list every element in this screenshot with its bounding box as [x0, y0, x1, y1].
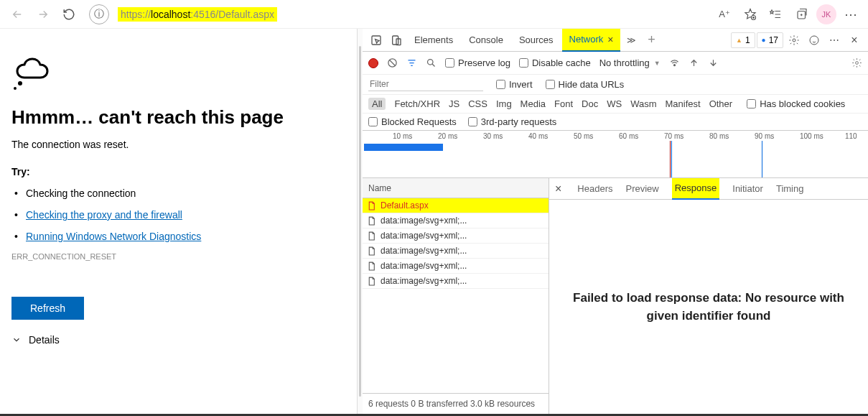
blocked-requests-checkbox[interactable]: Blocked Requests [368, 116, 457, 127]
preserve-log-checkbox[interactable]: Preserve log [445, 57, 510, 68]
tab-timing[interactable]: Timing [776, 178, 804, 200]
svg-rect-5 [393, 36, 398, 45]
device-toggle-icon[interactable] [387, 31, 406, 50]
svg-point-2 [18, 81, 22, 85]
tab-headers[interactable]: Headers [577, 178, 612, 200]
error-title: Hmmm… can't reach this page [11, 106, 345, 129]
response-error-message: Failed to load response data: No resourc… [571, 289, 846, 325]
network-conditions-icon[interactable] [669, 57, 680, 68]
file-icon [367, 262, 376, 271]
file-error-icon [367, 201, 376, 211]
tab-initiator[interactable]: Initiator [732, 178, 763, 200]
tab-console[interactable]: Console [462, 29, 510, 52]
has-blocked-cookies-checkbox[interactable]: Has blocked cookies [747, 98, 845, 109]
request-detail-panel: × Headers Preview Response Initiator Tim… [549, 178, 868, 414]
invert-checkbox[interactable]: Invert [496, 79, 533, 90]
file-icon [367, 231, 376, 241]
request-row[interactable]: data:image/svg+xml;... [363, 228, 549, 244]
warning-count-badge[interactable]: 1 [731, 32, 755, 48]
request-row[interactable]: data:image/svg+xml;... [363, 213, 549, 228]
type-wasm[interactable]: Wasm [630, 98, 656, 109]
tab-preview[interactable]: Preview [625, 178, 658, 200]
type-manifest[interactable]: Manifest [665, 98, 700, 109]
inspect-element-icon[interactable] [367, 31, 386, 50]
type-ws[interactable]: WS [607, 98, 622, 109]
search-icon[interactable] [426, 57, 437, 68]
type-media[interactable]: Media [521, 98, 546, 109]
request-row[interactable]: data:image/svg+xml;... [363, 274, 549, 289]
hide-data-urls-checkbox[interactable]: Hide data URLs [546, 79, 625, 90]
name-column-header[interactable]: Name [363, 178, 549, 198]
network-settings-icon[interactable] [851, 57, 862, 68]
upload-har-icon[interactable] [689, 57, 699, 68]
tab-elements[interactable]: Elements [407, 29, 460, 52]
type-js[interactable]: JS [449, 98, 459, 109]
timeline-request-bar [364, 144, 443, 151]
filter-icon[interactable] [406, 57, 417, 68]
throttling-select[interactable]: No throttling▼ [599, 57, 661, 68]
details-toggle[interactable]: Details [11, 334, 345, 346]
more-menu-icon[interactable]: ⋯ [839, 3, 862, 26]
error-code: ERR_CONNECTION_RESET [11, 252, 345, 261]
devtools-close-icon[interactable]: × [845, 31, 864, 50]
tab-response[interactable]: Response [672, 178, 720, 200]
forward-button[interactable] [32, 3, 55, 26]
favorites-list-icon[interactable] [765, 3, 788, 26]
url-bar[interactable]: https://localhost:4516/Default.aspx [113, 3, 710, 26]
filter-bar: Invert Hide data URLs [363, 75, 868, 95]
issue-count-badge[interactable]: 17 [757, 32, 783, 48]
refresh-button[interactable] [57, 3, 80, 26]
third-party-checkbox[interactable]: 3rd-party requests [468, 116, 557, 127]
type-fetch-xhr[interactable]: Fetch/XHR [394, 98, 440, 109]
add-tab-icon[interactable]: + [642, 31, 661, 50]
more-tabs-icon[interactable]: ≫ [622, 31, 640, 50]
suggestion-item: Checking the connection [11, 188, 345, 199]
try-label: Try: [11, 166, 345, 177]
back-button[interactable] [6, 3, 29, 26]
browser-toolbar: ⓘ https://localhost:4516/Default.aspx A⁺… [0, 0, 868, 29]
close-icon[interactable]: × [607, 34, 613, 45]
type-img[interactable]: Img [496, 98, 512, 109]
download-har-icon[interactable] [708, 57, 719, 68]
diagnostics-link[interactable]: Running Windows Network Diagnostics [26, 231, 201, 242]
error-subtitle: The connection was reset. [11, 139, 345, 150]
page-refresh-button[interactable]: Refresh [11, 297, 84, 320]
collections-icon[interactable] [790, 3, 813, 26]
svg-point-3 [14, 87, 17, 90]
request-row[interactable]: data:image/svg+xml;... [363, 259, 549, 274]
feedback-icon[interactable] [805, 31, 823, 50]
disable-cache-checkbox[interactable]: Disable cache [519, 57, 591, 68]
request-row[interactable]: Default.aspx [363, 198, 549, 213]
favorite-star-icon[interactable] [739, 3, 762, 26]
devtools-menu-icon[interactable]: ⋯ [825, 31, 844, 50]
devtools-panel: Elements Console Sources Network× ≫ + 1 … [363, 29, 868, 414]
type-doc[interactable]: Doc [582, 98, 598, 109]
site-info-icon[interactable]: ⓘ [89, 4, 109, 24]
url-highlight: https://localhost:4516/Default.aspx [118, 7, 277, 22]
request-status-bar: 6 requests 0 B transferred 3.0 kB resour… [363, 393, 549, 414]
settings-gear-icon[interactable] [785, 31, 803, 50]
clear-icon[interactable] [387, 57, 398, 68]
request-list-panel: Name Default.aspx data:image/svg+xml;...… [363, 178, 549, 414]
detail-tabbar: × Headers Preview Response Initiator Tim… [549, 178, 868, 200]
suggestion-item: Running Windows Network Diagnostics [11, 231, 345, 242]
record-button[interactable] [368, 58, 378, 68]
type-all[interactable]: All [368, 98, 386, 110]
tab-sources[interactable]: Sources [512, 29, 561, 52]
proxy-firewall-link[interactable]: Checking the proxy and the firewall [26, 209, 182, 221]
close-detail-icon[interactable]: × [555, 182, 561, 195]
request-row[interactable]: data:image/svg+xml;... [363, 244, 549, 259]
type-css[interactable]: CSS [468, 98, 487, 109]
type-other[interactable]: Other [709, 98, 733, 109]
read-aloud-icon[interactable]: A⁺ [713, 3, 736, 26]
profile-avatar[interactable]: JK [816, 4, 836, 24]
request-type-filters: All Fetch/XHR JS CSS Img Media Font Doc … [363, 95, 868, 114]
svg-point-10 [428, 60, 434, 65]
waterfall-timeline[interactable]: 10 ms 20 ms 30 ms 40 ms 50 ms 60 ms 70 m… [363, 131, 868, 178]
file-icon [367, 216, 376, 226]
splitter-handle[interactable] [357, 29, 363, 414]
file-icon [367, 277, 376, 286]
filter-input[interactable] [368, 78, 483, 91]
type-font[interactable]: Font [554, 98, 573, 109]
tab-network[interactable]: Network× [562, 29, 621, 52]
